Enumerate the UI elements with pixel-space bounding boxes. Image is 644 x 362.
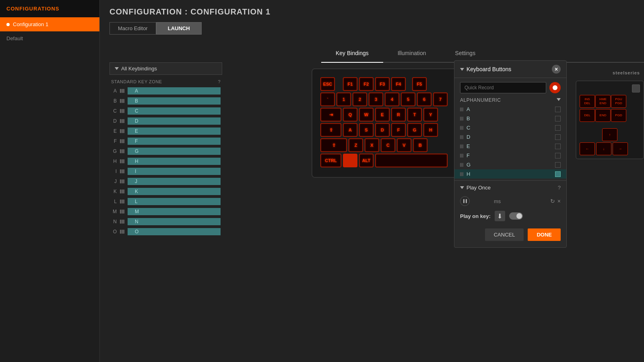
key-option-checkbox-f[interactable] [555, 153, 561, 158]
key-value-j[interactable]: J [128, 178, 221, 185]
kb-key-s[interactable]: S [359, 123, 374, 137]
key-value-f[interactable]: F [128, 138, 221, 145]
key-value-h[interactable]: H [128, 158, 221, 165]
record-button[interactable] [549, 82, 561, 93]
quick-record-input[interactable] [460, 82, 546, 93]
tab-illumination[interactable]: Illumination [383, 44, 441, 62]
done-button[interactable]: DONE [528, 228, 561, 241]
kb-key-4[interactable]: 4 [385, 93, 399, 106]
np-key-pgup-pgdn[interactable]: PGUPGD [611, 95, 626, 108]
key-option-checkbox-e[interactable] [555, 144, 561, 149]
launch-button[interactable]: LAUNCH [156, 22, 202, 35]
kb-key-c[interactable]: C [381, 138, 395, 152]
kb-key-ctrl[interactable]: CTRL [320, 154, 341, 167]
key-icon-l [120, 200, 124, 204]
main-content: CONFIGURATION : CONFIGURATION 1 Macro Ed… [100, 0, 644, 362]
key-value-m[interactable]: M [128, 208, 221, 215]
key-option-checkbox-d[interactable] [555, 134, 561, 140]
all-keybindings-header[interactable]: All Keybindings [109, 62, 222, 75]
kb-key-6[interactable]: 6 [417, 93, 431, 106]
alphanumeric-dropdown-icon[interactable] [557, 98, 561, 102]
key-value-l[interactable]: L [128, 198, 221, 205]
kb-key-esc[interactable]: ESC [320, 77, 335, 91]
np-key-down[interactable]: ↓ [596, 142, 611, 155]
np-key-up[interactable]: ↑ [602, 128, 617, 141]
timing-close-icon[interactable]: × [557, 198, 561, 204]
key-value-b[interactable]: B [128, 97, 221, 105]
key-value-e[interactable]: E [128, 128, 221, 135]
kb-key-a[interactable]: A [343, 123, 357, 137]
alphanumeric-row[interactable]: ALPHANUMERIC [454, 93, 566, 105]
tab-settings[interactable]: Settings [441, 44, 490, 62]
np-key-left[interactable]: ← [580, 142, 595, 155]
kb-key-2[interactable]: 2 [353, 93, 367, 106]
key-toggle[interactable] [509, 212, 523, 220]
play-once-help-icon[interactable]: ? [558, 185, 561, 191]
kb-key-caps[interactable]: ⇪ [320, 123, 341, 137]
timing-input[interactable] [474, 198, 490, 204]
tab-key-bindings[interactable]: Key Bindings [321, 44, 383, 63]
cancel-button[interactable]: CANCEL [485, 228, 524, 241]
help-icon[interactable]: ? [218, 79, 221, 84]
kb-key-w[interactable]: W [359, 108, 374, 121]
kb-key-f1[interactable]: F1 [343, 77, 357, 91]
key-value-d[interactable]: D [128, 117, 221, 125]
kb-key-backtick[interactable]: ` [320, 93, 335, 106]
key-value-i[interactable]: I [128, 168, 221, 175]
kb-key-1[interactable]: 1 [336, 93, 351, 106]
kb-key-3[interactable]: 3 [369, 93, 383, 106]
kb-key-x[interactable]: X [365, 138, 379, 152]
np-key-end[interactable]: END [595, 109, 611, 122]
kb-key-q[interactable]: Q [343, 108, 357, 121]
kb-key-alt[interactable]: ALT [359, 154, 374, 167]
np-key-pgdn[interactable]: PGD [611, 109, 626, 122]
np-key-ins-del[interactable]: INSDEL [580, 95, 595, 108]
kb-key-e[interactable]: E [375, 108, 390, 121]
kb-key-d[interactable]: D [375, 123, 390, 137]
kb-key-tab[interactable]: ⇥ [320, 108, 341, 121]
sidebar-item-config1[interactable]: Configuration 1 [0, 17, 99, 31]
kb-key-f3[interactable]: F3 [375, 77, 390, 91]
kb-key-win[interactable] [343, 154, 357, 167]
key-down-icon[interactable]: ⬇ [495, 211, 505, 221]
key-option-checkbox-b[interactable] [555, 116, 561, 121]
play-once-row[interactable]: Play Once ? [454, 180, 566, 195]
key-value-o[interactable]: O [128, 228, 221, 235]
key-icon-h [120, 159, 124, 163]
key-option-checkbox-a[interactable] [555, 107, 561, 112]
kb-key-b[interactable]: B [413, 138, 427, 152]
key-option-checkbox-c[interactable] [555, 125, 561, 131]
kb-key-shift[interactable]: ⇧ [320, 138, 347, 152]
kb-key-v[interactable]: V [397, 138, 411, 152]
np-key-right[interactable]: → [613, 142, 628, 155]
kb-key-f[interactable]: F [391, 123, 406, 137]
sidebar-item-default[interactable]: Default [0, 31, 99, 45]
kb-key-space[interactable] [375, 154, 448, 167]
kb-key-t[interactable]: T [407, 108, 422, 121]
key-option-checkbox-g[interactable] [555, 162, 561, 168]
key-value-c[interactable]: C [128, 107, 221, 115]
popup-close-button[interactable]: × [552, 65, 561, 74]
kb-key-f5[interactable]: F5 [412, 77, 427, 91]
kb-key-g[interactable]: G [407, 123, 422, 137]
key-letter-b: B [111, 98, 117, 104]
kb-key-f2[interactable]: F2 [359, 77, 374, 91]
key-option-checkbox-h[interactable] [555, 171, 561, 177]
pause-button[interactable] [460, 196, 470, 206]
macro-editor-button[interactable]: Macro Editor [109, 22, 156, 35]
key-value-n[interactable]: N [128, 218, 221, 225]
kb-key-h-kb[interactable]: H [423, 123, 438, 137]
kb-key-5[interactable]: 5 [401, 93, 415, 106]
np-power-key[interactable] [632, 84, 640, 93]
key-value-a[interactable]: A [128, 87, 221, 95]
key-value-g[interactable]: G [128, 148, 221, 155]
np-key-home-end[interactable]: HMEEND [595, 95, 611, 108]
kb-key-r[interactable]: R [391, 108, 406, 121]
np-key-del[interactable]: DEL [580, 109, 595, 122]
kb-key-7[interactable]: 7 [433, 93, 448, 106]
refresh-icon[interactable]: ↻ [550, 198, 555, 204]
kb-key-z[interactable]: Z [349, 138, 363, 152]
kb-key-f4[interactable]: F4 [391, 77, 406, 91]
kb-key-y[interactable]: Y [423, 108, 438, 121]
key-value-k[interactable]: K [128, 188, 221, 195]
